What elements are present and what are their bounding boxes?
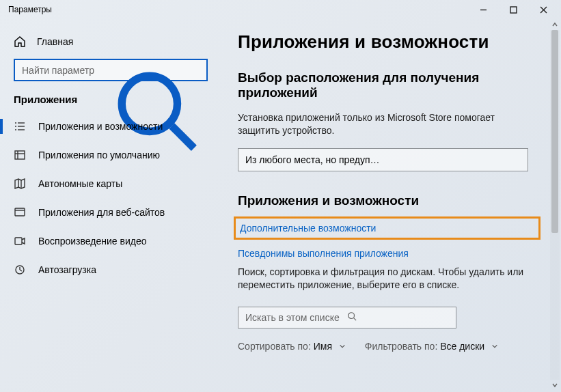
chevron-down-icon [339, 341, 346, 352]
search-input[interactable]: Найти параметр [14, 59, 208, 81]
maximize-button[interactable] [498, 0, 528, 19]
chevron-down-icon [491, 341, 498, 352]
list-icon [14, 120, 26, 132]
nav-default-apps[interactable]: Приложения по умолчанию [0, 141, 217, 169]
defaults-icon [14, 149, 26, 161]
scroll-track[interactable] [550, 30, 560, 380]
install-source-desc: Установка приложений только из Microsoft… [238, 111, 538, 137]
home-label: Главная [37, 36, 73, 47]
nav-list: Приложения и возможности Приложения по у… [0, 112, 217, 284]
apps-desc: Поиск, сортировка и фильтрация по дискам… [238, 266, 538, 292]
map-icon [14, 178, 26, 190]
section-apps-features: Приложения и возможности [238, 193, 541, 208]
nav-startup[interactable]: Автозагрузка [0, 255, 217, 284]
settings-window: Параметры Главная Найти параметр [0, 0, 561, 392]
video-icon [14, 235, 26, 247]
home-icon [14, 36, 26, 48]
svg-point-21 [348, 313, 355, 319]
nav-label: Воспроизведение видео [38, 236, 146, 247]
apps-search-input[interactable]: Искать в этом списке [238, 307, 456, 328]
close-button[interactable] [528, 0, 558, 19]
search-placeholder: Найти параметр [22, 65, 111, 76]
sort-control[interactable]: Сортировать по: Имя [238, 341, 346, 352]
vertical-scrollbar[interactable] [550, 19, 560, 391]
svg-line-22 [354, 318, 357, 321]
website-icon [14, 206, 26, 219]
sort-filter-row: Сортировать по: Имя Фильтровать по: Все … [238, 341, 541, 352]
install-source-value: Из любого места, но предупреждать перед … [245, 154, 384, 165]
nav-video-playback[interactable]: Воспроизведение видео [0, 227, 217, 255]
app-aliases-link[interactable]: Псевдонимы выполнения приложения [238, 248, 541, 259]
scroll-up-icon[interactable] [550, 19, 560, 30]
scroll-down-icon[interactable] [550, 380, 560, 391]
chevron-down-icon [384, 155, 523, 165]
nav-apps-features[interactable]: Приложения и возможности [0, 112, 217, 141]
nav-offline-maps[interactable]: Автономные карты [0, 169, 217, 198]
nav-label: Автономные карты [38, 178, 122, 189]
nav-label: Приложения по умолчанию [38, 150, 160, 160]
titlebar: Параметры [0, 0, 561, 19]
page-title: Приложения и возможности [238, 31, 541, 53]
search-icon [347, 311, 449, 323]
optional-features-link[interactable]: Дополнительные возможности [234, 216, 541, 240]
main-content: Приложения и возможности Выбор расположе… [217, 19, 561, 392]
search-icon [111, 65, 200, 76]
window-title: Параметры [8, 5, 52, 14]
minimize-button[interactable] [468, 0, 498, 19]
svg-rect-12 [15, 151, 25, 159]
scroll-thumb[interactable] [551, 30, 558, 233]
filter-control[interactable]: Фильтровать по: Все диски [365, 341, 498, 352]
svg-rect-17 [15, 208, 25, 216]
nav-label: Автозагрузка [38, 264, 96, 275]
startup-icon [14, 264, 26, 276]
install-source-select[interactable]: Из любого места, но предупреждать перед … [238, 148, 528, 171]
nav-label: Приложения для веб-сайтов [38, 207, 165, 218]
nav-website-apps[interactable]: Приложения для веб-сайтов [0, 198, 217, 227]
home-nav[interactable]: Главная [0, 30, 217, 56]
section-install-source: Выбор расположения для получения приложе… [238, 70, 541, 100]
apps-search-placeholder: Искать в этом списке [245, 312, 347, 323]
nav-label: Приложения и возможности [38, 121, 163, 132]
svg-rect-19 [15, 238, 22, 244]
nav-group-title: Приложения [0, 94, 217, 112]
svg-rect-1 [510, 7, 517, 13]
sidebar: Главная Найти параметр Приложения Прилож… [0, 19, 217, 392]
